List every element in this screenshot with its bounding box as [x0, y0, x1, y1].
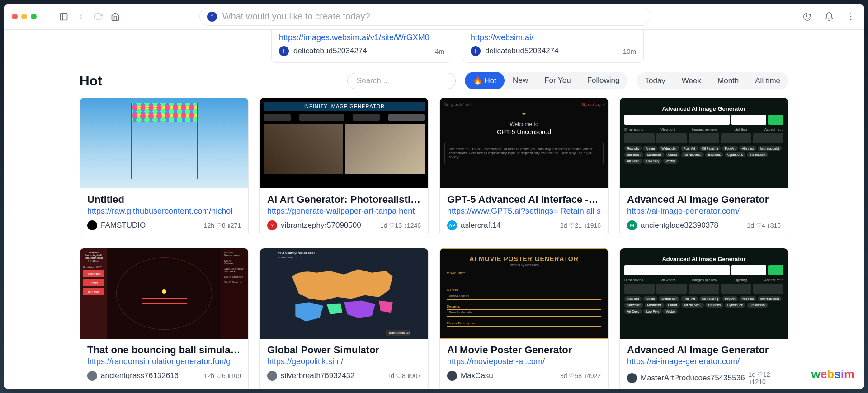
- card-thumbnail: Advanced AI Image GeneratorDimensionsVie…: [620, 248, 788, 339]
- maximize-icon[interactable]: [31, 14, 37, 19]
- author-name: ancientgrass76132616: [101, 371, 179, 380]
- recent-cards-row: https://images.websim.ai/v1/site/WrGXM0 …: [80, 30, 788, 63]
- card-stats: 3d ♡58 ⫾4922: [560, 372, 601, 379]
- author-name: silverbreath76932432: [281, 371, 355, 380]
- project-card[interactable]: AI MOVIE POSTER GENERATORCreated by Max …: [439, 248, 609, 389]
- card-stats: 12h ♡8 ⫾271: [204, 222, 241, 229]
- card-thumbnail: Using undefinedSign up/Login✦Welcome toG…: [440, 98, 608, 188]
- card-title: Global Power Simulator: [267, 344, 421, 356]
- author-avatar: [447, 371, 457, 381]
- card-thumbnail: INFINITY IMAGE GENERATOR: [260, 98, 428, 188]
- card-url: https://movieposter-ai.com/: [447, 357, 601, 366]
- sidebar-icon[interactable]: [58, 11, 69, 22]
- author-name: FAMSTUDIO: [101, 221, 146, 230]
- url-bar[interactable]: f What would you like to create today?: [199, 8, 651, 26]
- card-stats: 1d ♡13 ⫾1246: [380, 222, 421, 229]
- svg-text:Your Country: Not selected: Your Country: Not selected: [278, 251, 315, 255]
- search-placeholder: What would you like to create today?: [222, 11, 370, 22]
- card-stats: 12h ♡6 ⫾109: [204, 372, 241, 379]
- project-card[interactable]: That one bouncing ball simulation from T…: [80, 248, 249, 389]
- card-title: Untitled: [87, 194, 241, 206]
- card-thumbnail: AI MOVIE POSTER GENERATORCreated by Max …: [440, 248, 608, 339]
- bell-icon[interactable]: [824, 11, 835, 22]
- filter-search-input[interactable]: Search...: [347, 73, 456, 89]
- author-name: delicatebud52034274: [293, 47, 367, 56]
- websim-logo: websim: [811, 367, 854, 381]
- sort-tabs: 🔥 HotNewFor YouFollowing: [465, 72, 628, 89]
- time-tab-week[interactable]: Week: [674, 72, 709, 89]
- card-url: https://randomsimulationgenerator.fun/g: [87, 357, 241, 366]
- author-avatar: [87, 371, 97, 381]
- card-title: Advanced AI Image Generator: [627, 344, 781, 356]
- card-stats: 1d ♡12 ⫾1210: [749, 371, 781, 385]
- titlebar: f What would you like to create today?: [4, 4, 864, 30]
- author-name: ancientglade32390378: [641, 221, 718, 230]
- card-title: AI Art Generator: Photorealistic a...: [267, 194, 421, 206]
- author-avatar: Y: [267, 220, 277, 230]
- author-avatar: f: [471, 46, 481, 56]
- card-url: https://ai-image-generator.com/: [627, 357, 781, 366]
- svg-text:Toggle Event Log: Toggle Event Log: [388, 331, 410, 334]
- sort-tab-new[interactable]: New: [505, 72, 536, 89]
- section-header-row: Hot Search... 🔥 HotNewFor YouFollowing T…: [80, 72, 788, 89]
- author-avatar: f: [279, 46, 289, 56]
- close-icon[interactable]: [12, 14, 18, 19]
- svg-point-3: [850, 16, 852, 17]
- card-thumbnail: Advanced AI Image GeneratorDimensionsVie…: [620, 98, 788, 188]
- page-content: https://images.websim.ai/v1/site/WrGXM0 …: [4, 30, 864, 389]
- card-thumbnail: [80, 98, 248, 188]
- project-card[interactable]: Your Country: Not selectedPower Level: 0…: [259, 248, 429, 389]
- author-name: MasterArtProducoes75435536: [641, 374, 745, 383]
- card-url: https://geopolitik.sim/: [267, 357, 421, 366]
- card-url: https://ai-image-generator.com/: [627, 206, 781, 216]
- author-name: MaxCasu: [461, 371, 493, 380]
- card-stats: 2d ♡21 ⫾1916: [560, 222, 601, 229]
- app-window: f What would you like to create today? h…: [4, 4, 864, 389]
- author-avatar: [87, 220, 97, 230]
- recent-card[interactable]: https://websim.ai/ f delicatebud52034274…: [463, 30, 644, 63]
- time-tab-all-time[interactable]: All time: [747, 72, 788, 89]
- card-title: GPT-5 Advanced AI Interface - U...: [447, 194, 601, 206]
- card-time: 4m: [435, 47, 444, 55]
- author-avatar: [267, 371, 277, 381]
- author-name: delicatebud52034274: [485, 47, 559, 56]
- svg-point-4: [850, 19, 852, 20]
- refresh-icon[interactable]: [93, 11, 104, 22]
- sort-tab-hot[interactable]: 🔥 Hot: [465, 72, 505, 89]
- card-url: https://websim.ai/: [471, 33, 636, 42]
- card-stats: 1d ♡8 ⫾907: [387, 372, 421, 379]
- card-title: That one bouncing ball simulatio...: [87, 344, 241, 356]
- sort-tab-for-you[interactable]: For You: [536, 72, 579, 89]
- menu-dots-icon[interactable]: [845, 11, 856, 22]
- project-card[interactable]: Advanced AI Image GeneratorDimensionsVie…: [619, 98, 788, 237]
- time-tabs: TodayWeekMonthAll time: [637, 72, 788, 89]
- card-url: https://raw.githubusercontent.com/nichol: [87, 206, 241, 216]
- card-time: 10m: [623, 47, 636, 55]
- project-card[interactable]: Using undefinedSign up/Login✦Welcome toG…: [439, 98, 609, 237]
- section-title: Hot: [80, 73, 102, 89]
- recent-card[interactable]: https://images.websim.ai/v1/site/WrGXM0 …: [271, 30, 452, 63]
- svg-text:Power Level: 0: Power Level: 0: [278, 256, 297, 259]
- spiral-icon[interactable]: [802, 11, 813, 22]
- card-url: https://generate-wallpaper-art-tanpa hen…: [267, 206, 421, 216]
- project-card[interactable]: INFINITY IMAGE GENERATOR AI Art Generato…: [259, 98, 429, 237]
- project-card[interactable]: Untitled https://raw.githubusercontent.c…: [80, 98, 249, 237]
- card-url: https://www.GPT5.ai?settings= Retain all…: [447, 206, 601, 216]
- author-avatar: AP: [447, 220, 457, 230]
- author-name: vibrantzephyr57090500: [281, 221, 361, 230]
- author-avatar: [627, 373, 637, 383]
- card-title: Advanced AI Image Generator: [627, 194, 781, 206]
- home-icon[interactable]: [110, 11, 121, 22]
- project-card[interactable]: Advanced AI Image GeneratorDimensionsVie…: [619, 248, 788, 389]
- back-icon[interactable]: [75, 11, 86, 22]
- card-thumbnail: That one bouncing ball simulation from T…: [80, 248, 248, 339]
- time-tab-today[interactable]: Today: [637, 72, 673, 89]
- minimize-icon[interactable]: [21, 14, 27, 19]
- time-tab-month[interactable]: Month: [709, 72, 747, 89]
- card-thumbnail: Your Country: Not selectedPower Level: 0…: [260, 248, 428, 339]
- sort-tab-following[interactable]: Following: [579, 72, 628, 89]
- card-title: AI Movie Poster Generator: [447, 344, 601, 356]
- author-name: aslercraft14: [461, 221, 501, 230]
- svg-point-2: [850, 13, 852, 14]
- card-stats: 1d ♡4 ⫾315: [747, 222, 781, 229]
